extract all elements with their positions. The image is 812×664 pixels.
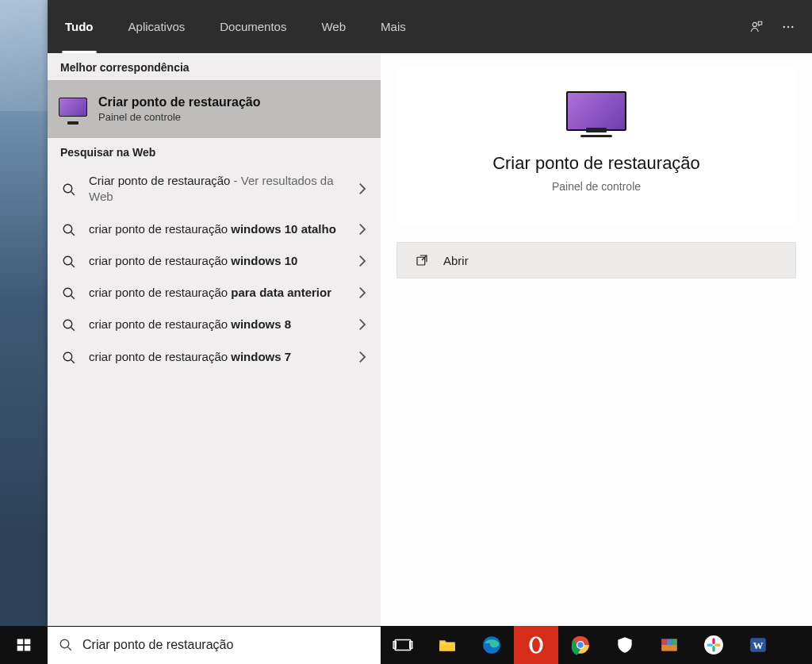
taskbar-app-slack[interactable] (691, 626, 736, 664)
start-button[interactable] (0, 626, 48, 664)
search-icon (60, 349, 78, 365)
search-tabs: Tudo Aplicativos Documentos Web Mais (48, 0, 428, 53)
web-result-2[interactable]: criar ponto de restauração windows 10 (48, 245, 381, 277)
search-icon (60, 181, 78, 197)
section-header-web: Pesquisar na Web (48, 138, 381, 165)
svg-rect-28 (667, 639, 672, 645)
svg-rect-14 (25, 646, 31, 651)
edge-icon (481, 635, 502, 655)
tab-apps[interactable]: Aplicativos (111, 0, 203, 53)
section-header-best-match: Melhor correspondência (48, 53, 381, 80)
best-match-result[interactable]: Criar ponto de restauração Painel de con… (48, 80, 381, 138)
svg-point-25 (577, 642, 583, 647)
detail-subtitle: Painel de controle (552, 180, 641, 193)
chrome-icon (570, 635, 591, 655)
search-window: Tudo Aplicativos Documentos Web Mais Mel… (48, 0, 812, 626)
taskbar-app-opera[interactable] (514, 626, 558, 664)
svg-rect-27 (661, 639, 667, 645)
action-open[interactable]: Abrir (396, 242, 796, 278)
svg-point-1 (783, 25, 785, 27)
chevron-right-icon (354, 182, 370, 196)
svg-rect-16 (395, 640, 411, 651)
search-icon (60, 285, 78, 301)
ellipsis-icon (781, 20, 795, 34)
web-result-label: criar ponto de restauração para data ant… (89, 285, 343, 301)
taskbar-search-box[interactable] (48, 627, 381, 664)
svg-point-0 (753, 22, 756, 26)
svg-text:W: W (753, 639, 764, 651)
svg-point-15 (60, 639, 69, 648)
svg-point-8 (63, 320, 72, 329)
detail-pane: Criar ponto de restauração Painel de con… (381, 53, 812, 626)
svg-rect-12 (25, 639, 31, 645)
best-match-title: Criar ponto de restauração (98, 95, 261, 109)
search-icon (59, 638, 73, 652)
chevron-right-icon (354, 317, 370, 332)
web-result-label: criar ponto de restauração windows 8 (89, 317, 343, 332)
svg-rect-34 (712, 646, 714, 652)
opera-icon (526, 635, 546, 655)
svg-rect-19 (439, 644, 455, 651)
web-result-label: criar ponto de restauração windows 10 (89, 253, 343, 269)
web-result-label: criar ponto de restauração windows 10 at… (89, 221, 343, 237)
svg-rect-30 (661, 645, 677, 651)
search-icon (60, 317, 78, 332)
search-tabs-bar: Tudo Aplicativos Documentos Web Mais (48, 0, 812, 53)
web-result-0[interactable]: Criar ponto de restauração - Ver resulta… (48, 165, 381, 213)
tab-more[interactable]: Mais (363, 0, 428, 53)
chevron-right-icon (354, 222, 370, 236)
svg-rect-11 (17, 639, 24, 645)
web-result-4[interactable]: criar ponto de restauração windows 8 (48, 309, 381, 340)
tab-web[interactable]: Web (304, 0, 363, 53)
web-result-1[interactable]: criar ponto de restauração windows 10 at… (48, 213, 381, 245)
taskbar: W (0, 626, 812, 664)
open-icon (415, 253, 429, 267)
chevron-right-icon (354, 286, 370, 300)
slack-icon (703, 635, 724, 655)
results-pane: Melhor correspondência Criar ponto de re… (48, 53, 381, 626)
taskbar-search-input[interactable] (82, 638, 370, 652)
svg-rect-29 (672, 639, 677, 645)
tab-documents[interactable]: Documentos (202, 0, 304, 53)
web-result-5[interactable]: criar ponto de restauração windows 7 (48, 341, 381, 373)
tab-all[interactable]: Tudo (48, 0, 111, 53)
taskbar-apps: W (381, 626, 780, 664)
tab-more-label: Mais (381, 20, 406, 33)
person-feedback-icon (749, 20, 764, 34)
more-options-button[interactable] (772, 11, 804, 43)
taskbar-app-task-view[interactable] (381, 626, 425, 664)
taskbar-app-file-explorer[interactable] (425, 626, 469, 664)
detail-card: Criar ponto de restauração Painel de con… (396, 67, 796, 225)
taskbar-app-word[interactable]: W (736, 626, 780, 664)
web-results-list: Criar ponto de restauração - Ver resulta… (48, 165, 381, 389)
monitor-icon (566, 91, 626, 131)
shield-icon (615, 635, 635, 655)
monitor-icon (59, 98, 87, 121)
svg-point-2 (787, 25, 789, 27)
web-result-3[interactable]: criar ponto de restauração para data ant… (48, 277, 381, 309)
best-match-text: Criar ponto de restauração Painel de con… (98, 95, 261, 123)
search-body: Melhor correspondência Criar ponto de re… (48, 53, 812, 626)
windows-logo-icon (16, 637, 32, 653)
svg-rect-33 (714, 643, 721, 646)
svg-rect-35 (707, 643, 713, 646)
taskbar-app-winrar[interactable] (647, 626, 691, 664)
best-match-subtitle: Painel de controle (98, 111, 261, 123)
svg-rect-13 (17, 646, 24, 651)
task-view-icon (393, 635, 413, 655)
taskbar-app-edge[interactable] (469, 626, 514, 664)
word-icon: W (748, 635, 768, 655)
svg-point-3 (791, 25, 793, 27)
chevron-right-icon (354, 350, 370, 364)
svg-point-6 (63, 256, 72, 265)
winrar-icon (659, 635, 680, 655)
taskbar-app-chrome[interactable] (558, 626, 603, 664)
svg-point-4 (63, 185, 72, 194)
web-result-label: criar ponto de restauração windows 7 (89, 349, 343, 365)
svg-point-7 (63, 288, 72, 297)
folder-icon (437, 635, 458, 655)
search-icon (60, 221, 78, 237)
taskbar-app-security[interactable] (603, 626, 647, 664)
feedback-button[interactable] (741, 11, 772, 43)
chevron-right-icon (354, 254, 370, 268)
